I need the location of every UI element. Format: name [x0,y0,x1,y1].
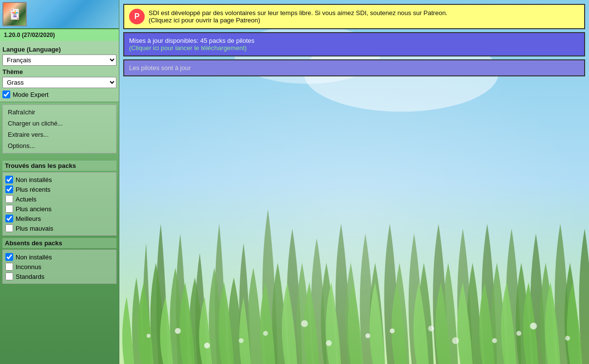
filter-current-label: Actuels [16,196,37,203]
theme-select[interactable]: Grass Default Dark [2,77,116,88]
controls-area: Langue (Language) Français English Españ… [0,41,119,102]
expert-mode-label: Mode Expert [13,91,49,98]
notifications-area: P SDI est développé par des volontaires … [119,0,589,76]
patreon-icon: P [129,9,145,24]
expert-mode-row[interactable]: Mode Expert [2,90,116,99]
filter-worst-label: Plus mauvais [16,225,53,232]
filter-older-row[interactable]: Plus anciens [5,204,114,214]
current-banner-text: Les pilotes sont à jour [129,64,579,72]
patreon-message: SDI est développé par des volontaires su… [149,9,447,17]
theme-dropdown-wrapper: Grass Default Dark [2,77,116,88]
found-filters-container: Non installés Plus récents Actuels Plus … [2,172,116,236]
logo-icon: 🃏 [2,2,27,26]
main-content: P SDI est développé par des volontaires … [119,0,589,364]
menu-item-extract[interactable]: Extraire vers... [3,129,116,140]
filter-unknown-row[interactable]: Inconnus [5,262,114,272]
expert-mode-checkbox[interactable] [2,91,10,98]
filter-current-checkbox[interactable] [5,195,13,203]
filter-non-installed-row[interactable]: Non installés [5,175,114,184]
filter-best-row[interactable]: Meilleurs [5,214,114,223]
filter-unknown-checkbox[interactable] [5,263,13,271]
filter-standards-label: Standards [16,273,44,280]
filter-best-label: Meilleurs [16,215,41,222]
filter-non-installed-checkbox[interactable] [5,176,13,183]
patreon-banner-text: SDI est développé par des volontaires su… [149,9,579,24]
filter-standards-row[interactable]: Standards [5,272,114,281]
current-message: Les pilotes sont à jour [129,64,190,72]
filter-more-recent-row[interactable]: Plus récents [5,184,114,194]
filter-absent-non-installed-row[interactable]: Non installés [5,252,114,262]
filter-standards-checkbox[interactable] [5,273,13,280]
filter-worst-checkbox[interactable] [5,224,13,232]
absent-filters-container: Non installés Inconnus Standards [2,250,116,284]
filter-more-recent-label: Plus récents [16,186,51,193]
filter-area: Trouvés dans les packs Non installés Plu… [0,156,119,364]
patreon-banner[interactable]: P SDI est développé par des volontaires … [123,4,585,29]
absent-from-packs-title: Absents des packs [2,238,116,248]
filter-older-checkbox[interactable] [5,205,13,213]
sidebar: 🃏 1.20.0 (27/02/2020) Langue (Language) … [0,0,119,364]
language-dropdown-wrapper: Français English Español Deutsch [2,55,116,66]
patreon-link: (Cliquez ici pour ouvrir la page Patreon… [149,17,260,24]
menu-item-options[interactable]: Options... [3,140,116,151]
language-label: Langue (Language) [2,46,116,53]
menu-item-refresh[interactable]: Rafraîchir [3,107,116,118]
filter-worst-row[interactable]: Plus mauvais [5,223,114,233]
menu-area: Rafraîchir Charger un cliché... Extraire… [2,105,116,153]
update-message: Mises à jour disponibles: 45 packs de pi… [129,37,254,44]
filter-unknown-label: Inconnus [16,263,41,271]
current-banner: Les pilotes sont à jour [123,59,585,76]
filter-best-checkbox[interactable] [5,215,13,222]
update-link: (Cliquer ici pour lancer le téléchargeme… [129,44,579,52]
filter-more-recent-checkbox[interactable] [5,185,13,193]
filter-non-installed-label: Non installés [16,176,52,183]
filter-absent-non-installed-checkbox[interactable] [5,253,13,261]
patreon-icon-letter: P [134,12,140,21]
menu-item-load-snapshot[interactable]: Charger un cliché... [3,118,116,129]
update-banner[interactable]: Mises à jour disponibles: 45 packs de pi… [123,32,585,56]
filter-older-label: Plus anciens [16,205,52,213]
theme-label: Thème [2,68,116,75]
language-select[interactable]: Français English Español Deutsch [2,55,116,66]
filter-absent-non-installed-label: Non installés [16,254,52,261]
version-text: 1.20.0 (27/02/2020) [0,29,119,41]
logo-area: 🃏 [0,0,119,29]
filter-current-row[interactable]: Actuels [5,194,114,204]
update-banner-text: Mises à jour disponibles: 45 packs de pi… [129,37,579,52]
logo-symbol: 🃏 [9,8,21,20]
found-in-packs-title: Trouvés dans les packs [2,161,116,171]
